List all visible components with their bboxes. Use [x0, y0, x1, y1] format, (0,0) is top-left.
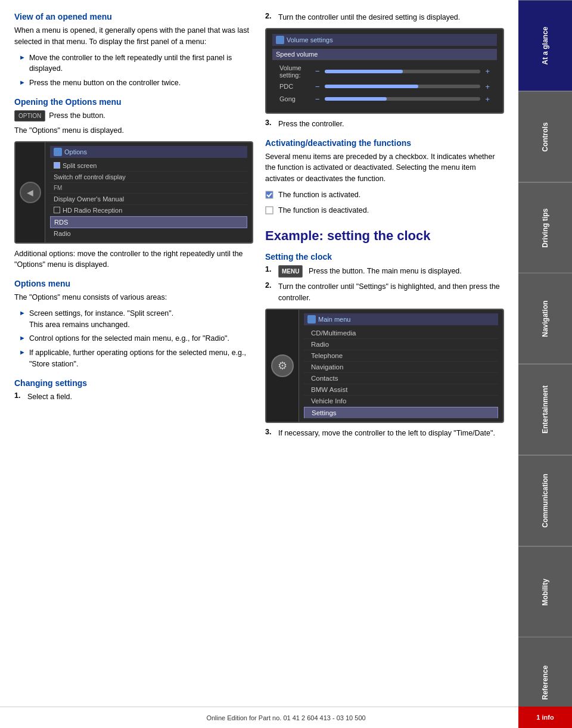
bullet-item: ► Move the controller to the left repeat… [14, 52, 253, 75]
section-heading-changing-settings: Changing settings [14, 378, 253, 388]
menu-item-telephone: Telephone [304, 350, 498, 362]
bullet-text-control: Control options for the selected main me… [29, 333, 229, 344]
opened-menu-intro: When a menu is opened, it generally open… [14, 25, 253, 48]
menu-left-panel: ⚙ [266, 310, 299, 422]
bullet-text-screen: Screen settings, for instance. "Split sc… [29, 308, 173, 319]
example-heading: Example: setting the clock [265, 228, 504, 244]
options-item-label: HD Radio Reception [63, 207, 122, 214]
step-number: 3. [265, 428, 273, 436]
options-item-label: Switch off control display [54, 173, 126, 181]
sidebar-tab-label: At a glance [541, 27, 549, 65]
checkbox-checked-legend-icon [265, 191, 273, 203]
menu-right-panel: Main menu CD/Multimedia Radio Telephone … [299, 310, 503, 422]
options-title-icon [54, 148, 62, 156]
options-item-split-screen: Split screen [50, 160, 247, 172]
sidebar-tab-label: Driving tips [541, 208, 549, 247]
step-number: 3. [265, 119, 273, 127]
speed-volume-label: Speed volume [276, 51, 318, 58]
options-title-text: Options [64, 148, 87, 155]
step-number: 1. [265, 265, 273, 273]
step-text: Turn the controller until the desired se… [278, 12, 460, 23]
step-3-time: 3. If necessary, move the controller to … [265, 428, 504, 439]
slider-track [325, 97, 481, 101]
options-item-switch-off: Switch off control display [50, 172, 247, 183]
plus-icon: + [485, 82, 490, 91]
option-button-image: OPTION [14, 110, 45, 122]
menu-item-contacts: Contacts [304, 373, 498, 384]
controller-panel: ◀ [15, 142, 45, 242]
minus-icon: − [315, 82, 320, 91]
options-item-radio: Radio [50, 228, 247, 239]
checkbox-unchecked-icon [54, 207, 60, 213]
step-1-menu: 1. MENU Press the button. The main menu … [265, 265, 504, 278]
slider-row-gong: Gong − + [276, 93, 493, 105]
slider-fill [325, 97, 387, 101]
right-sidebar: At a glance Controls Driving tips Naviga… [518, 0, 572, 728]
slider-label: Volume setting: [279, 64, 315, 79]
options-item-label: FM [54, 185, 62, 191]
step-2-settings: 2. Turn the controller until "Settings" … [265, 281, 504, 304]
sidebar-tab-at-a-glance[interactable]: At a glance [518, 0, 572, 91]
sidebar-tab-driving-tips[interactable]: Driving tips [518, 182, 572, 273]
controller-icon: ◀ [20, 182, 41, 203]
bullet-text: Press the menu button on the controller … [29, 77, 181, 89]
sidebar-tab-entertainment[interactable]: Entertainment [518, 364, 572, 455]
step-text: Select a field. [27, 391, 72, 403]
checkbox-checked-icon [54, 162, 60, 169]
options-item-fm-header: FM [50, 183, 247, 194]
menu-item-bmw-assist: BMW Assist [304, 384, 498, 396]
main-menu-screen: ⚙ Main menu CD/Multimedia Radio Telephon… [265, 309, 504, 423]
sidebar-tab-navigation[interactable]: Navigation [518, 273, 572, 364]
bullet-item-control-options: ► Control options for the selected main … [14, 333, 253, 344]
checkbox-activated-legend: The function is activated. [265, 189, 504, 203]
options-item-label: Radio [54, 230, 71, 237]
options-result-text: The "Options" menu is displayed. [14, 125, 253, 136]
slider-track [325, 70, 481, 73]
bullet-text-further: If applicable, further operating options… [29, 347, 253, 370]
section-heading-opened-menu: View of an opened menu [14, 12, 253, 21]
bullet-arrow-icon: ► [19, 349, 26, 356]
bullet-arrow-icon: ► [19, 79, 26, 86]
step-number: 1. [14, 391, 23, 400]
step1-text: Press the button. The main menu is displ… [309, 267, 462, 275]
options-item-rds: RDS [50, 216, 247, 228]
screen-title-volume: Volume settings [272, 34, 497, 46]
options-areas-intro: The "Options" menu consists of various a… [14, 292, 253, 303]
sidebar-tab-label: Entertainment [541, 386, 549, 434]
bullet-text: Move the controller to the left repeated… [29, 52, 253, 75]
options-item-label: RDS [54, 219, 68, 226]
options-screen: ◀ Options Split screen Switch off contro… [14, 141, 253, 244]
main-menu-title-icon [307, 315, 316, 323]
menu-item-navigation: Navigation [304, 362, 498, 373]
volume-settings-screen: Volume settings Speed volume Volume sett… [265, 28, 504, 114]
step-text: If necessary, move the controller to the… [278, 428, 495, 439]
main-menu-title: Main menu [304, 313, 498, 325]
menu-item-radio: Radio [304, 339, 498, 350]
plus-icon: + [485, 95, 490, 104]
slider-label: PDC [279, 83, 315, 90]
step-text: MENU Press the button. The main menu is … [278, 265, 462, 278]
slider-row-volume: Volume setting: − + [276, 63, 493, 80]
options-item-label: Split screen [63, 162, 97, 169]
slider-fill [325, 70, 403, 73]
sidebar-tab-mobility[interactable]: Mobility [518, 546, 572, 637]
options-item-display-manual: Display Owner's Manual [50, 194, 247, 205]
slider-track [325, 85, 481, 88]
options-item-hd-radio: HD Radio Reception [50, 205, 247, 216]
minus-icon: − [315, 67, 320, 76]
option-instruction: Press the button. [49, 111, 105, 120]
step-3: 3. Press the controller. [265, 119, 504, 130]
activating-text: Several menu items are preceded by a che… [265, 151, 504, 185]
bullet-item: ► Press the menu button on the controlle… [14, 77, 253, 89]
info-badge-text: 1 info [536, 714, 554, 721]
checkbox-deactivated-legend: The function is deactivated. [265, 205, 504, 218]
step-number: 2. [265, 12, 273, 20]
sidebar-tab-communication[interactable]: Communication [518, 455, 572, 546]
bullet-item-further-options: ► If applicable, further operating optio… [14, 347, 253, 370]
info-badge: 1 info [518, 707, 572, 728]
plus-icon: + [485, 67, 490, 76]
sidebar-tab-label: Reference [541, 665, 549, 700]
sidebar-tab-controls[interactable]: Controls [518, 91, 572, 182]
sidebar-tab-label: Navigation [541, 300, 549, 337]
slider-label: Gong [279, 95, 315, 102]
